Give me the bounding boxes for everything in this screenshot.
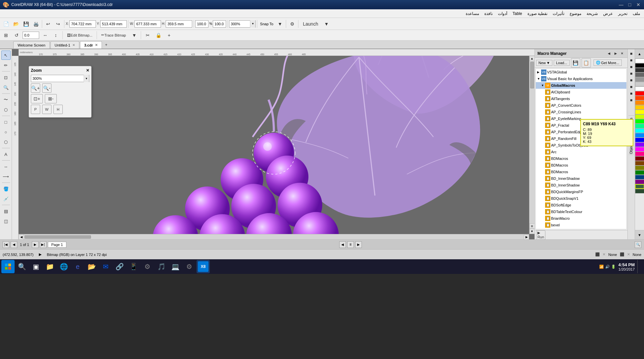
zoom-fit-width-btn[interactable]: W xyxy=(42,105,51,114)
dimension-tool[interactable]: ↔ xyxy=(1,162,11,171)
taskbar-phone[interactable]: 📱 xyxy=(127,260,140,273)
hints-btn1[interactable]: ◼ xyxy=(628,51,634,57)
launch-dropdown-btn[interactable]: ▼ xyxy=(322,19,331,29)
expand-btn[interactable]: + xyxy=(164,31,174,40)
fill-tool[interactable]: 🪣 xyxy=(1,184,11,193)
swatch-magenta[interactable] xyxy=(635,147,644,152)
menu-tools[interactable]: أدوات xyxy=(495,11,510,17)
swatch-dark-blue[interactable] xyxy=(635,175,644,180)
x-input[interactable] xyxy=(69,20,96,28)
taskbar-chrome[interactable]: 🌐 xyxy=(57,260,70,273)
eyedropper-tool[interactable]: 💉 xyxy=(1,194,11,203)
menu-window[interactable]: نافذة xyxy=(482,11,495,17)
expand-vstag[interactable]: ▶ xyxy=(537,70,541,74)
macro-item-aiclipboard[interactable]: 📋 AIClipboard xyxy=(536,89,626,95)
palette-scroll-up[interactable]: ▲ xyxy=(635,49,644,59)
swatch-dark-gray[interactable] xyxy=(635,68,644,72)
swatch-yellow[interactable] xyxy=(635,110,644,114)
taskbar-search[interactable]: 🔍 xyxy=(15,260,29,273)
swatch-yellow-green[interactable] xyxy=(635,114,644,119)
macro-item-bevel1[interactable]: 📋 bevel xyxy=(536,222,626,228)
settings-btn[interactable]: ⚙ xyxy=(287,19,297,29)
trace-dropdown-btn[interactable]: ▼ xyxy=(129,31,139,40)
vscroll-middle-btn[interactable]: ≡ xyxy=(529,223,535,229)
ellipse-tool[interactable]: ○ xyxy=(1,127,11,137)
menu-view[interactable]: عرض xyxy=(601,11,615,17)
hints-btn2[interactable]: ◼ xyxy=(628,57,634,63)
zoom-tool[interactable]: 🔍 xyxy=(1,83,11,92)
swatch-spring-green[interactable] xyxy=(635,124,644,128)
clock[interactable]: 4:54 PM 1/20/2017 xyxy=(618,262,635,271)
tab-3cdr-close[interactable]: ✕ xyxy=(95,43,98,47)
scale-x-input[interactable] xyxy=(195,20,208,28)
zoom-fit-height-btn[interactable]: H xyxy=(53,105,63,114)
macro-item-vstag[interactable]: ▶ VB VSTAGlobal xyxy=(536,69,626,75)
zoom-level-combo[interactable]: 300% ▼ xyxy=(31,75,89,82)
show-desktop-btn[interactable] xyxy=(637,260,640,273)
hscroll-thumb[interactable] xyxy=(25,235,91,239)
zoom-out-btn[interactable]: 🔍- xyxy=(42,83,51,93)
macro-item-alltangents[interactable]: 📋 AllTangents xyxy=(536,95,626,102)
swatch-dark-red[interactable] xyxy=(635,156,644,161)
tray-network-icon[interactable]: 📶 xyxy=(599,265,604,269)
tab-3cdr[interactable]: 3.cdr ✕ xyxy=(80,41,102,49)
macro-load-btn[interactable]: Load... xyxy=(554,60,570,66)
mirror-h-btn[interactable]: ↔ xyxy=(40,31,50,40)
h-input[interactable] xyxy=(166,20,192,28)
canvas-content[interactable]: Zoom ✕ 300% ▼ 🔍+ 🔍- ⊡+ ⊠- xyxy=(19,56,529,234)
select-tool[interactable]: ↖ xyxy=(1,51,11,60)
taskbar-media[interactable]: 🎵 xyxy=(155,260,168,273)
hints-btn7[interactable]: ◼ xyxy=(628,90,634,96)
swatch-violet[interactable] xyxy=(635,142,644,147)
menu-table[interactable]: Table xyxy=(510,11,525,17)
connector-tool[interactable]: ⟶ xyxy=(1,172,11,181)
macro-item-bevel2[interactable]: 📋 bevel xyxy=(536,228,626,229)
hints-btn5[interactable]: ◼ xyxy=(628,77,634,83)
macro-item-brianmacro[interactable]: 📋 BrianMacro xyxy=(536,215,626,222)
macro-list[interactable]: ▶ VB VSTAGlobal ▼ VB Visual Basic for Ap… xyxy=(535,68,627,229)
macro-item-bdsoftedge[interactable]: 📋 BDSoftEdge xyxy=(536,202,626,208)
macro-item-bdquickmarginsfp[interactable]: 📋 BDQuickMarginsFP xyxy=(536,188,626,195)
swatch-light-gray[interactable] xyxy=(635,82,644,86)
tray-volume-icon[interactable]: 🔊 xyxy=(605,265,610,269)
macro-item-globalmacros[interactable]: ▼ M GlobalMacros xyxy=(536,82,626,89)
horizontal-scrollbar[interactable]: ◀ ▶ xyxy=(19,234,529,239)
open-button[interactable]: 📂 xyxy=(11,19,21,29)
taskbar-settings[interactable]: ⚙ xyxy=(141,260,154,273)
hscroll-right-btn[interactable]: ▶ xyxy=(524,234,529,240)
select-all-btn[interactable]: ⊞ xyxy=(1,31,11,40)
trace-bitmap-btn[interactable]: ✏ Trace Bitmap xyxy=(99,31,128,40)
macro-prev-btn[interactable]: ◀ xyxy=(606,51,611,56)
taskbar-files[interactable]: 📂 xyxy=(85,260,98,273)
macro-copy-btn[interactable]: 📋 xyxy=(582,58,591,67)
vscroll-down-btn[interactable]: ▼ xyxy=(529,229,535,234)
swatch-purple[interactable] xyxy=(635,180,644,184)
taskbar-link[interactable]: 🔗 xyxy=(113,260,126,273)
taskbar-another[interactable]: ⚙ xyxy=(183,260,196,273)
taskbar-ie[interactable]: e xyxy=(71,260,84,273)
swatch-cyan[interactable] xyxy=(635,128,644,133)
swatch-forest-green[interactable] xyxy=(635,184,644,189)
page-prev-btn[interactable]: ◀ xyxy=(11,241,17,248)
swatch-rose[interactable] xyxy=(635,152,644,156)
macro-new-btn[interactable]: New ▼ xyxy=(536,60,552,66)
tray-battery-icon[interactable]: 🔋 xyxy=(611,265,616,269)
macro-item-ap-convertcolors[interactable]: 📋 AP_ConvertColors xyxy=(536,102,626,109)
swatch-red-orange[interactable] xyxy=(635,96,644,100)
y-input[interactable] xyxy=(100,20,127,28)
zoom-level-arrow[interactable]: ▼ xyxy=(84,75,89,82)
new-tab-btn[interactable]: + xyxy=(103,41,110,49)
w-input[interactable] xyxy=(134,20,161,28)
macro-item-bdmacros3[interactable]: 📋 BDMacros xyxy=(536,169,626,175)
curve-tool[interactable]: 〜 xyxy=(1,95,11,104)
swatch-deep-green[interactable] xyxy=(635,189,644,193)
zoom-dropdown-arrow[interactable]: ▼ xyxy=(250,20,255,28)
hscroll-left-btn[interactable]: ◀ xyxy=(19,234,24,240)
swatch-red[interactable] xyxy=(635,91,644,96)
expand-vba[interactable]: ▼ xyxy=(537,77,541,80)
tab-untitled[interactable]: Untitled-1 ✕ xyxy=(50,41,79,49)
macro-item-ap-crossinglines[interactable]: 📋 AP_CrossingLines xyxy=(536,109,626,115)
hints-btn3[interactable]: ◼ xyxy=(628,64,634,70)
save-button[interactable]: 💾 xyxy=(21,19,31,29)
macro-item-bdquicksnapv1[interactable]: 📋 BDQuickSnapV1 xyxy=(536,195,626,202)
